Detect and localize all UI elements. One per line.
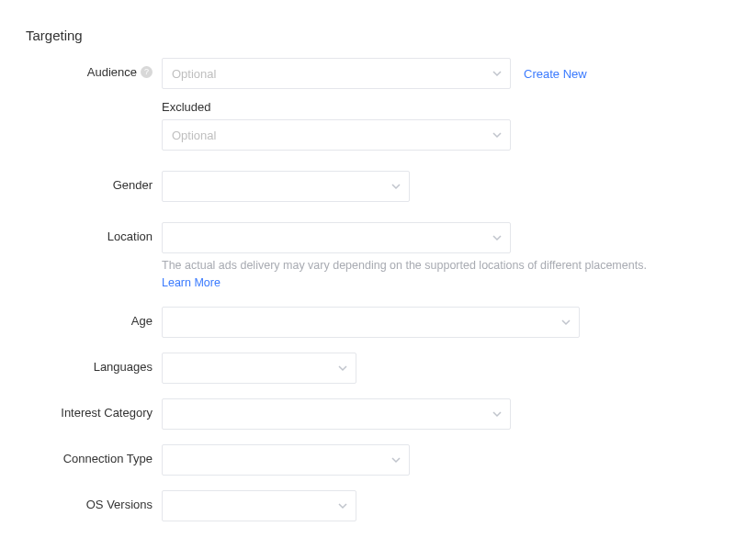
label-os-versions: OS Versions [26,490,162,511]
chevron-down-icon [492,68,503,79]
section-title: Targeting [26,28,717,43]
excluded-select[interactable]: Optional [162,119,511,151]
location-helper: The actual ads delivery may vary dependi… [162,257,717,292]
gender-select[interactable] [162,171,410,202]
label-gender: Gender [26,171,162,192]
row-age: Age [26,307,717,338]
label-gender-text: Gender [113,178,153,192]
help-icon[interactable]: ? [141,66,153,78]
chevron-down-icon [390,454,401,465]
label-spacer [26,96,162,104]
label-location-text: Location [107,230,153,243]
label-languages: Languages [26,353,162,374]
row-gender: Gender [26,171,717,202]
interest-category-select[interactable] [162,398,511,430]
row-location: Location The actual ads delivery may var… [26,222,717,292]
audience-select[interactable]: Optional [162,58,511,89]
label-age-text: Age [131,314,153,328]
row-languages: Languages [26,353,717,384]
label-connection-type: Connection Type [26,444,162,465]
location-select[interactable] [162,222,511,253]
connection-type-select[interactable] [162,444,410,476]
chevron-down-icon [492,129,503,140]
excluded-sublabel: Excluded [162,100,717,114]
chevron-down-icon [390,181,401,192]
label-languages-text: Languages [94,360,153,374]
chevron-down-icon [560,317,571,328]
languages-select[interactable] [162,353,356,384]
excluded-placeholder: Optional [172,129,216,142]
label-audience: Audience ? [26,58,162,79]
chevron-down-icon [337,500,348,511]
row-os-versions: OS Versions [26,490,717,521]
learn-more-link[interactable]: Learn More [162,274,717,292]
row-audience: Audience ? Optional Create New [26,58,717,89]
label-interest-category-text: Interest Category [61,406,153,420]
chevron-down-icon [492,409,503,420]
label-audience-text: Audience [87,65,137,79]
label-location: Location [26,222,162,243]
age-select[interactable] [162,307,580,338]
label-os-versions-text: OS Versions [86,498,153,511]
label-interest-category: Interest Category [26,398,162,420]
row-connection-type: Connection Type [26,444,717,476]
audience-placeholder: Optional [172,67,216,81]
location-helper-text: The actual ads delivery may vary dependi… [162,259,647,272]
row-excluded: Excluded Optional [26,96,717,151]
label-connection-type-text: Connection Type [63,452,153,465]
chevron-down-icon [337,363,348,374]
os-versions-select[interactable] [162,490,356,521]
create-new-link[interactable]: Create New [524,67,587,81]
chevron-down-icon [492,232,503,243]
row-interest-category: Interest Category [26,398,717,430]
label-age: Age [26,307,162,328]
